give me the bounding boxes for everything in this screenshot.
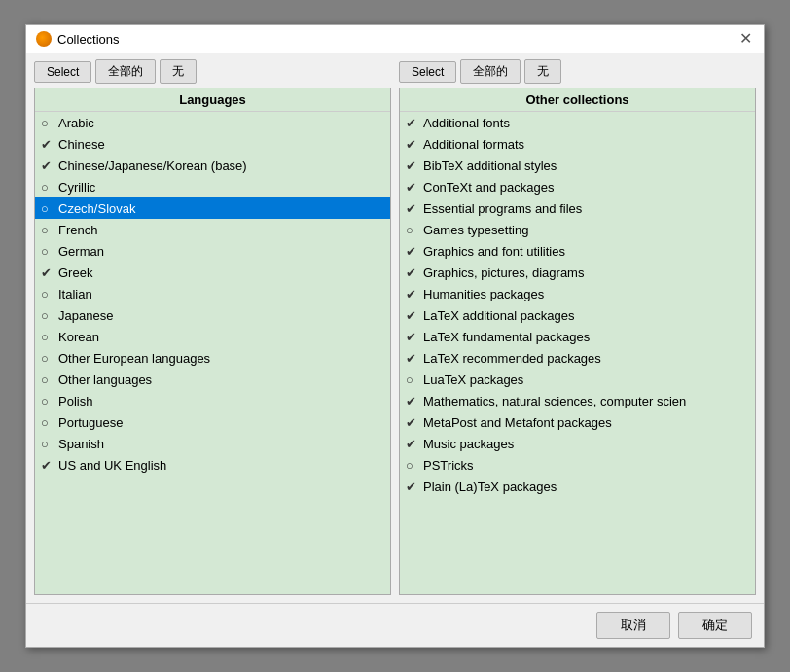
ok-button[interactable]: 确定: [678, 612, 752, 639]
language-item-polish[interactable]: ○Polish: [35, 390, 390, 411]
collection-item-graphics-pics[interactable]: ✔Graphics, pictures, diagrams: [400, 262, 755, 283]
collections-list[interactable]: ✔Additional fonts✔Additional formats✔Bib…: [400, 112, 755, 594]
left-none-button[interactable]: 无: [160, 59, 197, 84]
dialog-title: Collections: [57, 32, 120, 47]
language-item-french[interactable]: ○French: [35, 219, 390, 240]
left-all-button[interactable]: 全部的: [95, 59, 156, 84]
collection-label-luatex: LuaTeX packages: [423, 372, 523, 387]
language-item-other-european[interactable]: ○Other European languages: [35, 347, 390, 369]
language-item-spanish[interactable]: ○Spanish: [35, 433, 390, 454]
check-icon-latex-add: ✔: [406, 308, 419, 323]
check-icon-metapost: ✔: [406, 415, 419, 430]
collection-item-games[interactable]: ○Games typesetting: [400, 219, 755, 240]
check-icon-games: ○: [406, 223, 419, 237]
collection-item-metapost[interactable]: ✔MetaPost and Metafont packages: [400, 411, 755, 433]
collection-item-add-fonts[interactable]: ✔Additional fonts: [400, 112, 755, 133]
check-icon-italian: ○: [41, 287, 54, 301]
language-item-korean[interactable]: ○Korean: [35, 326, 390, 347]
check-icon-polish: ○: [41, 394, 54, 408]
language-label-german: German: [58, 244, 104, 259]
languages-header: Languages: [35, 88, 390, 112]
footer: 取消 确定: [26, 603, 764, 647]
language-item-cyrillic[interactable]: ○Cyrillic: [35, 176, 390, 197]
collection-item-pstricks[interactable]: ○PSTricks: [400, 454, 755, 476]
language-item-arabic[interactable]: ○Arabic: [35, 112, 390, 133]
collection-label-essential: Essential programs and files: [423, 201, 582, 216]
check-icon-arabic: ○: [41, 116, 54, 130]
language-item-italian[interactable]: ○Italian: [35, 283, 390, 304]
check-icon-pstricks: ○: [406, 458, 419, 473]
collection-label-metapost: MetaPost and Metafont packages: [423, 415, 612, 430]
language-item-other-lang[interactable]: ○Other languages: [35, 369, 390, 390]
language-item-cjk[interactable]: ✔Chinese/Japanese/Korean (base): [35, 155, 390, 176]
check-icon-graphics-pics: ✔: [406, 265, 419, 280]
title-bar: Collections ✕: [26, 25, 764, 53]
language-label-french: French: [58, 223, 97, 237]
collections-header: Other collections: [400, 88, 755, 112]
collection-label-music: Music packages: [423, 437, 514, 451]
language-item-chinese[interactable]: ✔Chinese: [35, 133, 390, 155]
check-icon-add-formats: ✔: [406, 137, 419, 152]
check-icon-math-sci: ✔: [406, 394, 419, 408]
right-none-button[interactable]: 无: [524, 59, 561, 84]
title-bar-left: Collections: [36, 31, 120, 47]
language-item-us-uk[interactable]: ✔US and UK English: [35, 454, 390, 476]
collection-label-bibtex: BibTeX additional styles: [423, 159, 557, 173]
collections-dialog: Collections ✕ Select 全部的 无 Select 全部的 无 …: [25, 24, 765, 648]
collection-item-music[interactable]: ✔Music packages: [400, 433, 755, 454]
language-item-german[interactable]: ○German: [35, 240, 390, 262]
language-item-czech[interactable]: ○Czech/Slovak: [35, 197, 390, 219]
check-icon-essential: ✔: [406, 201, 419, 216]
collection-label-games: Games typesetting: [423, 223, 528, 237]
check-icon-us-uk: ✔: [41, 458, 54, 473]
collection-item-latex-fund[interactable]: ✔LaTeX fundamental packages: [400, 326, 755, 347]
collection-item-graphics-fonts[interactable]: ✔Graphics and font utilities: [400, 240, 755, 262]
collection-item-latex-rec[interactable]: ✔LaTeX recommended packages: [400, 347, 755, 369]
check-icon-cyrillic: ○: [41, 180, 54, 195]
language-item-japanese[interactable]: ○Japanese: [35, 304, 390, 326]
close-button[interactable]: ✕: [737, 31, 754, 47]
check-icon-humanities: ✔: [406, 287, 419, 301]
check-icon-other-european: ○: [41, 351, 54, 366]
right-select-button[interactable]: Select: [399, 61, 456, 83]
right-all-button[interactable]: 全部的: [460, 59, 521, 84]
collection-item-context[interactable]: ✔ConTeXt and packages: [400, 176, 755, 197]
language-label-other-european: Other European languages: [58, 351, 210, 366]
check-icon-context: ✔: [406, 180, 419, 195]
check-icon-add-fonts: ✔: [406, 116, 419, 130]
collection-label-latex-fund: LaTeX fundamental packages: [423, 330, 590, 344]
collection-label-context: ConTeXt and packages: [423, 180, 554, 195]
collection-item-essential[interactable]: ✔Essential programs and files: [400, 197, 755, 219]
collection-label-pstricks: PSTricks: [423, 458, 474, 473]
cancel-button[interactable]: 取消: [596, 612, 670, 639]
check-icon-czech: ○: [41, 201, 54, 216]
check-icon-latex-rec: ✔: [406, 351, 419, 366]
right-toolbar: Select 全部的 无: [399, 59, 756, 84]
collection-item-add-formats[interactable]: ✔Additional formats: [400, 133, 755, 155]
collection-item-luatex[interactable]: ○LuaTeX packages: [400, 369, 755, 390]
language-label-spanish: Spanish: [58, 437, 104, 451]
check-icon-music: ✔: [406, 437, 419, 451]
language-item-portuguese[interactable]: ○Portuguese: [35, 411, 390, 433]
collection-label-humanities: Humanities packages: [423, 287, 544, 301]
check-icon-latex-fund: ✔: [406, 330, 419, 344]
language-label-czech: Czech/Slovak: [58, 201, 135, 216]
collection-item-math-sci[interactable]: ✔Mathematics, natural sciences, computer…: [400, 390, 755, 411]
app-icon: [36, 31, 52, 47]
language-label-us-uk: US and UK English: [58, 458, 166, 473]
languages-list[interactable]: ○Arabic✔Chinese✔Chinese/Japanese/Korean …: [35, 112, 390, 594]
collection-item-plaintex[interactable]: ✔Plain (La)TeX packages: [400, 476, 755, 497]
main-content: Languages ○Arabic✔Chinese✔Chinese/Japane…: [26, 88, 764, 603]
left-select-button[interactable]: Select: [34, 61, 91, 83]
collection-item-latex-add[interactable]: ✔LaTeX additional packages: [400, 304, 755, 326]
collection-label-graphics-pics: Graphics, pictures, diagrams: [423, 265, 584, 280]
collection-item-humanities[interactable]: ✔Humanities packages: [400, 283, 755, 304]
toolbars-row: Select 全部的 无 Select 全部的 无: [26, 53, 764, 88]
collection-item-bibtex[interactable]: ✔BibTeX additional styles: [400, 155, 755, 176]
check-icon-german: ○: [41, 244, 54, 259]
language-item-greek[interactable]: ✔Greek: [35, 262, 390, 283]
language-label-polish: Polish: [58, 394, 92, 408]
language-label-greek: Greek: [58, 265, 92, 280]
collection-label-add-formats: Additional formats: [423, 137, 524, 152]
language-label-chinese: Chinese: [58, 137, 105, 152]
